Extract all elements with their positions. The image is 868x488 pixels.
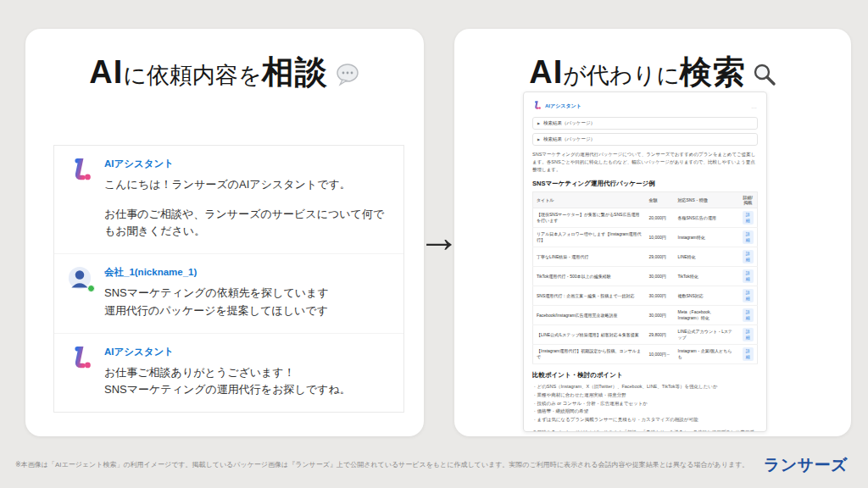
compare-bullet-list: どのSNS（Instagram、X（旧Twitter）、Facebook、LIN… [532, 383, 758, 424]
title-verb: 検索 [680, 51, 746, 94]
pkg-feature: Instagram・企業/個人どちらも [675, 345, 739, 364]
outro-paragraph-1: ご興味あるパッケージがあれば、そのまま「相談」「見積もり」を送ると、具体的な運用… [532, 429, 758, 432]
sender-name: AIアシスタント [104, 158, 390, 170]
accordion-label: 検索結果（パッケージ） [543, 136, 595, 142]
pkg-price: 30,000円 [646, 286, 675, 306]
pkg-price: 29,800円 [646, 325, 675, 345]
lancers-wordmark: ランサーズ [764, 454, 848, 476]
sender-name: AIアシスタント [104, 346, 351, 358]
detail-link[interactable]: 詳細 [743, 230, 754, 244]
pkg-feature: 各種SNS広告の運用 [675, 208, 739, 228]
chat-message-assistant-1: AIアシスタント こんにちは！ランサーズのAIアシスタントです。 お仕事のご相談… [54, 146, 403, 253]
bullet-item: まずは気になるプラン掲載ランサーに見積もり・カスタマイズの相談が可能 [532, 416, 758, 424]
detail-link[interactable]: 詳細 [743, 269, 754, 283]
chat-message-assistant-2: AIアシスタント お仕事ご相談ありがとうございます！ SNSマーケティングの運用… [54, 333, 403, 412]
pkg-price: 10,000円 [646, 228, 675, 247]
table-row: 【LINE公式/Lステップ構築運用】顧客対応＆集客提案 29,800円 LINE… [533, 325, 758, 345]
lancers-logo-avatar [532, 98, 542, 114]
pkg-price: 30,000円 [646, 267, 675, 286]
col-detail: 詳細/掲載 [739, 192, 758, 208]
pkg-feature: Instagram特化 [675, 228, 739, 247]
disclaimer-text: ※本画像は「AIエージェント検索」の利用イメージです。掲載しているパッケージ画像… [15, 460, 748, 469]
message-text: SNSマーケティングの依頼先を探しています [104, 285, 329, 302]
consult-panel: AIに依頼内容を相談 AIアシスタント こんにちは！ランサーズのAIアシスタント… [25, 29, 424, 436]
pkg-title: 【Instagram運用代行】初期設定から投稿、コンサルまで [533, 345, 646, 364]
table-row: 【現役SNSマーケター】が集客に繋がるSNS広告運用を行います 20,000円 … [533, 208, 758, 228]
pkg-title: 【LINE公式/Lステップ構築運用】顧客対応＆集客提案 [533, 325, 646, 345]
detail-link[interactable]: 詳細 [743, 347, 754, 361]
table-title: SNSマーケティング運用代行パッケージ例 [532, 180, 758, 188]
detail-link[interactable]: 詳細 [743, 250, 754, 263]
pkg-feature: 複数SNS対応 [675, 286, 739, 306]
title-mid: に依頼内容を [123, 60, 261, 91]
detail-link[interactable]: 詳細 [743, 328, 754, 341]
package-table: タイトル 金額 対応SNS・特徴 詳細/掲載 【現役SNSマーケター】が集客に繋… [532, 191, 758, 364]
col-feature: 対応SNS・特徴 [675, 192, 739, 208]
search-result-screenshot: AIアシスタント … ▶ 検索結果（パッケージ） ▶ 検索結果（パッケージ） S… [523, 92, 767, 432]
title-ai: AI [529, 54, 563, 91]
col-title: タイトル [533, 192, 646, 208]
table-row: 丁寧なLINE構築・運用代行 29,000円 LINE特化 詳細 [533, 247, 758, 267]
col-price: 金額 [646, 192, 675, 208]
pkg-feature: LINE公式アカウント・Lステップ [675, 325, 739, 345]
expand-icon: ▶ [537, 137, 540, 141]
title-ai: AI [89, 54, 123, 91]
intro-paragraph: SNSマーケティングの運用代行パッケージについて、ランサーズでおすすめのプランを… [532, 151, 758, 173]
pkg-title: 【現役SNSマーケター】が集客に繋がるSNS広告運用を行います [533, 208, 646, 228]
accordion-label: 検索結果（パッケージ） [543, 120, 595, 126]
compare-title: 比較ポイント・検討のポイント [532, 371, 758, 380]
title-mid: が代わりに [563, 60, 680, 91]
pkg-feature: LINE特化 [675, 247, 739, 267]
search-panel-title: AIが代わりに検索 [454, 51, 851, 94]
pkg-feature: Meta（Facebook, Instagram）特化 [675, 306, 739, 325]
message-text: お仕事のご相談や、ランサーズのサービスについて何でもお聞きください。 [104, 206, 390, 240]
assistant-name: AIアシスタント [545, 103, 581, 110]
pkg-price: 20,000円 [646, 208, 675, 228]
pkg-title: SNS運用代行：企画立案～編集・投稿まで一括対応 [533, 286, 646, 306]
pkg-title: Facebook/Instagram広告運用完全攻略講座 [533, 306, 646, 325]
table-row: TikTok運用代行・500本以上の編集経験 30,000円 TikTok特化 … [533, 267, 758, 286]
title-verb: 相談 [262, 51, 328, 94]
online-status-dot [87, 285, 95, 292]
message-text: お仕事ご相談ありがとうございます！ [104, 364, 351, 381]
search-result-accordion-1[interactable]: ▶ 検索結果（パッケージ） [532, 117, 758, 130]
table-row: Facebook/Instagram広告運用完全攻略講座 30,000円 Met… [533, 306, 758, 325]
bullet-item: 業種や商材に合わせた運用実績・得意分野 [532, 391, 758, 400]
pkg-title: TikTok運用代行・500本以上の編集経験 [533, 267, 646, 286]
table-header-row: タイトル 金額 対応SNS・特徴 詳細/掲載 [533, 192, 758, 208]
lancers-logo-avatar [68, 346, 93, 371]
table-row: リアル日本人フォロワー増やします【Instagram運用代行】 10,000円 … [533, 228, 758, 247]
pkg-feature: TikTok特化 [675, 267, 739, 286]
search-result-accordion-2[interactable]: ▶ 検索結果（パッケージ） [532, 133, 758, 146]
search-panel: AIが代わりに検索 AIアシスタント … ▶ 検索結果（パッケージ） ▶ 検索結… [454, 29, 851, 436]
message-text: 運用代行のパッケージを提案してほしいです [104, 302, 329, 319]
search-icon [753, 63, 776, 90]
expand-icon: ▶ [537, 121, 540, 125]
pkg-price: 29,000円 [646, 247, 675, 267]
shot-header: AIアシスタント … [532, 98, 758, 114]
sender-name: 会社_1(nickname_1) [104, 266, 329, 279]
speech-balloon-icon [335, 63, 360, 90]
bullet-item: 価格帯・継続期間の希望 [532, 408, 758, 416]
pkg-price: 30,000円 [646, 306, 675, 325]
lancers-logo-avatar [68, 158, 93, 183]
more-menu-icon[interactable]: … [751, 103, 758, 109]
chat-transcript: AIアシスタント こんにちは！ランサーズのAIアシスタントです。 お仕事のご相談… [53, 145, 404, 413]
detail-link[interactable]: 詳細 [743, 289, 754, 302]
pkg-price: 10,000円～ [646, 345, 675, 364]
message-text: SNSマーケティングの運用代行をお探しですね。 [104, 381, 351, 398]
consult-panel-title: AIに依頼内容を相談 [25, 51, 424, 94]
message-text: こんにちは！ランサーズのAIアシスタントです。 [104, 176, 390, 193]
bullet-item: どのSNS（Instagram、X（旧Twitter）、Facebook、LIN… [532, 383, 758, 391]
detail-link[interactable]: 詳細 [743, 211, 754, 225]
table-row: 【Instagram運用代行】初期設定から投稿、コンサルまで 10,000円～ … [533, 345, 758, 364]
pkg-title: リアル日本人フォロワー増やします【Instagram運用代行】 [533, 228, 646, 247]
table-row: SNS運用代行：企画立案～編集・投稿まで一括対応 30,000円 複数SNS対応… [533, 286, 758, 306]
pkg-title: 丁寧なLINE構築・運用代行 [533, 247, 646, 267]
user-avatar [68, 266, 93, 291]
detail-link[interactable]: 詳細 [743, 308, 754, 322]
chat-message-user: 会社_1(nickname_1) SNSマーケティングの依頼先を探しています 運… [54, 253, 403, 332]
bullet-item: 投稿のみ or コンサル・分析・広告運用までセットか [532, 400, 758, 408]
